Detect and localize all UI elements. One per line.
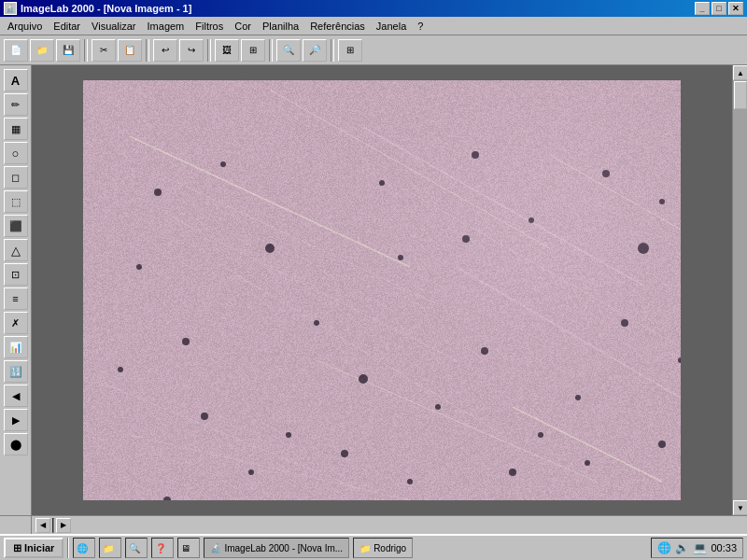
tool-grid[interactable]: ▦ — [4, 118, 28, 140]
taskbar-ie-icon[interactable]: 🌐 — [73, 538, 95, 558]
tool-erase[interactable]: ✗ — [4, 312, 28, 334]
menu-bar: Arquivo Editar Visualizar Imagem Filtros… — [0, 17, 747, 35]
toolbar-sep5 — [331, 39, 334, 62]
start-label: Iniciar — [24, 542, 54, 553]
taskbar-imagelab-icon: 🔬 — [210, 543, 221, 553]
scroll-thumb[interactable] — [734, 81, 747, 109]
tool-pencil[interactable]: ✏ — [4, 93, 28, 116]
taskbar-tray: 🌐 🔊 💻 00:33 — [651, 538, 743, 558]
scroll-right-button[interactable]: ▶ — [56, 518, 71, 533]
toolbar-new[interactable]: 📄 — [4, 39, 28, 62]
main-area: A ✏ ▦ ○ ◻ ⬚ ⬛ △ ⊡ ≡ ✗ 📊 🔢 ◀ ▶ ⬤ ▲ ▼ — [0, 65, 747, 515]
menu-editar[interactable]: Editar — [48, 19, 86, 34]
taskbar-imagelab[interactable]: 🔬 ImageLab 2000 - [Nova Im... — [204, 538, 349, 558]
menu-arquivo[interactable]: Arquivo — [2, 19, 48, 34]
tool-crosshair[interactable]: ⊡ — [4, 263, 28, 286]
toolbar-view1[interactable]: 🖼 — [215, 39, 239, 62]
taskbar-help-icon[interactable]: ❓ — [151, 538, 174, 558]
bottom-scroll-left — [0, 516, 32, 535]
toolbar-copy[interactable]: 📋 — [118, 39, 142, 62]
toolbar-cut[interactable]: ✂ — [92, 39, 116, 62]
toolbar-save[interactable]: 💾 — [56, 39, 80, 62]
menu-filtros[interactable]: Filtros — [190, 19, 229, 34]
scroll-down-button[interactable]: ▼ — [733, 500, 747, 515]
toolbar: 📄 📁 💾 ✂ 📋 ↩ ↪ 🖼 ⊞ 🔍 🔎 ⊞ — [0, 35, 747, 65]
menu-imagem[interactable]: Imagem — [142, 19, 190, 34]
menu-visualizar[interactable]: Visualizar — [86, 19, 142, 34]
title-controls: _ □ ✕ — [695, 2, 743, 15]
tray-monitor-icon: 💻 — [693, 541, 707, 554]
image-container — [83, 80, 681, 500]
taskbar-rodrigo[interactable]: 📁 Rodrigo — [353, 538, 413, 558]
bottom-scrollbar: ◀ ▶ — [0, 515, 747, 534]
tool-count[interactable]: 🔢 — [4, 360, 28, 383]
canvas-area — [32, 65, 732, 515]
tray-network-icon: 🌐 — [657, 541, 671, 554]
tool-arrow-right[interactable]: ▶ — [4, 409, 28, 431]
minimize-button[interactable]: _ — [695, 2, 710, 15]
menu-help[interactable]: ? — [412, 19, 429, 34]
toolbar-special[interactable]: ⊞ — [338, 39, 362, 62]
tool-text[interactable]: A — [4, 69, 28, 91]
toolbar-sep2 — [146, 39, 149, 62]
tool-chart[interactable]: 📊 — [4, 336, 28, 358]
title-bar: 🔬 ImageLab 2000 - [Nova Imagem - 1] _ □ … — [0, 0, 747, 17]
toolbar-open[interactable]: 📁 — [30, 39, 54, 62]
close-button[interactable]: ✕ — [728, 2, 743, 15]
taskbar: ⊞ Iniciar 🌐 📁 🔍 ❓ 🖥 🔬 ImageLab 2000 - [N… — [0, 534, 747, 560]
start-icon: ⊞ — [13, 542, 21, 554]
toolbar-zoomin[interactable]: 🔍 — [276, 39, 301, 62]
toolbar-sep4 — [269, 39, 273, 62]
tool-ellipse[interactable]: ○ — [4, 142, 28, 164]
tray-sound-icon: 🔊 — [675, 541, 689, 554]
window-title: ImageLab 2000 - [Nova Imagem - 1] — [21, 3, 191, 14]
menu-janela[interactable]: Janela — [371, 19, 412, 34]
tool-rect[interactable]: ◻ — [4, 166, 28, 189]
toolbar-zoomout[interactable]: 🔎 — [303, 39, 327, 62]
toolbar-view2[interactable]: ⊞ — [241, 39, 265, 62]
taskbar-folder-icon[interactable]: 📁 — [99, 538, 121, 558]
tool-fill[interactable]: ⬛ — [4, 215, 28, 237]
app-icon: 🔬 — [4, 2, 17, 15]
taskbar-imagelab-label: ImageLab 2000 - [Nova Im... — [224, 543, 343, 553]
toolbar-redo[interactable]: ↪ — [179, 39, 204, 62]
maximize-button[interactable]: □ — [712, 2, 726, 15]
start-button[interactable]: ⊞ Iniciar — [4, 538, 63, 558]
tool-circle[interactable]: ⬤ — [4, 433, 28, 455]
toolbar-sep1 — [84, 39, 88, 62]
menu-planilha[interactable]: Planilha — [257, 19, 304, 34]
tool-measure[interactable]: △ — [4, 239, 28, 261]
bottom-scroll-track[interactable]: ◀ ▶ — [32, 516, 747, 535]
scroll-left-button[interactable]: ◀ — [35, 518, 50, 533]
toolbar-sep3 — [207, 39, 211, 62]
microscopy-image — [83, 80, 681, 500]
tool-select[interactable]: ⬚ — [4, 190, 28, 213]
menu-referencias[interactable]: Referências — [304, 19, 371, 34]
left-toolbar: A ✏ ▦ ○ ◻ ⬚ ⬛ △ ⊡ ≡ ✗ 📊 🔢 ◀ ▶ ⬤ — [0, 65, 32, 515]
right-scrollbar: ▲ ▼ — [732, 65, 747, 515]
taskbar-rodrigo-label: Rodrigo — [374, 543, 406, 553]
taskbar-time: 00:33 — [711, 542, 737, 553]
scroll-track[interactable] — [733, 80, 747, 500]
tool-line[interactable]: ≡ — [4, 287, 28, 310]
toolbar-undo[interactable]: ↩ — [153, 39, 177, 62]
taskbar-sep — [67, 538, 69, 558]
tool-arrow-left[interactable]: ◀ — [4, 385, 28, 407]
scroll-up-button[interactable]: ▲ — [733, 65, 747, 80]
title-bar-left: 🔬 ImageLab 2000 - [Nova Imagem - 1] — [4, 2, 191, 15]
taskbar-search-icon[interactable]: 🔍 — [125, 538, 148, 558]
hscroll-track[interactable] — [52, 518, 54, 533]
menu-cor[interactable]: Cor — [229, 19, 257, 34]
taskbar-run-icon[interactable]: 🖥 — [177, 538, 200, 558]
taskbar-rodrigo-icon: 📁 — [359, 543, 371, 553]
